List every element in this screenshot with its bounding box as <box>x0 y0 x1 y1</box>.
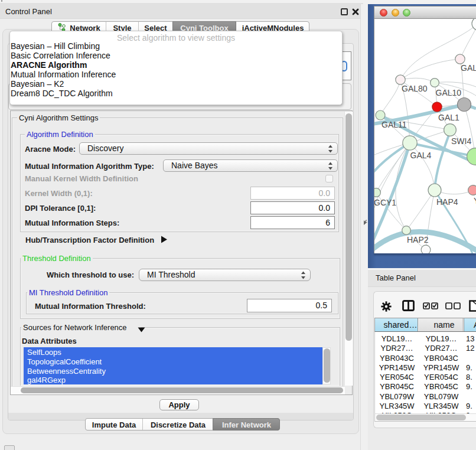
svg-text:HAP4: HAP4 <box>436 197 458 207</box>
svg-text:GAL: GAL <box>461 63 476 73</box>
svg-text:HAP2: HAP2 <box>407 235 429 244</box>
svg-text:GAL11: GAL11 <box>382 120 407 129</box>
svg-text:SWI4: SWI4 <box>451 136 471 146</box>
svg-text:Y: Y <box>474 196 476 206</box>
svg-text:GAL80: GAL80 <box>402 84 428 93</box>
svg-text:GAL10: GAL10 <box>436 88 462 97</box>
svg-text:GAL1: GAL1 <box>438 113 459 122</box>
svg-text:GAL4: GAL4 <box>410 151 432 160</box>
svg-text:GCY1: GCY1 <box>374 198 396 207</box>
